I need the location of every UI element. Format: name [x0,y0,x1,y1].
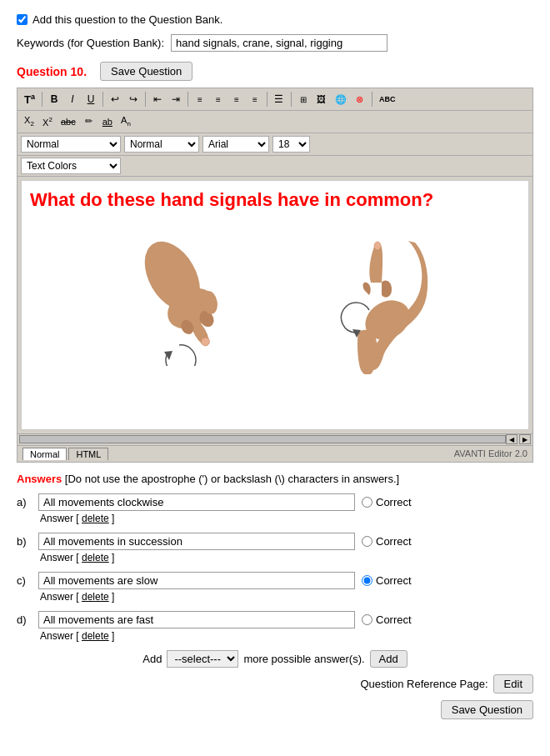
question-header: Question 10. Save Question [17,62,533,81]
add-prefix-label: Add [142,653,162,665]
format-extra-btn[interactable]: An [118,113,134,129]
edit-reference-button[interactable]: Edit [493,674,533,693]
answer-letter-1: b) [17,533,32,548]
text-colors-select[interactable]: Text Colors [21,158,121,174]
keywords-input[interactable] [171,34,388,52]
correct-text-1: Correct [376,535,412,548]
correct-label-3: Correct [362,613,412,626]
toolbar-separator6 [291,92,292,107]
save-question-top-button[interactable]: Save Question [100,62,192,81]
reference-label: Question Reference Page: [360,678,488,690]
answer-input-0[interactable] [38,493,355,511]
add-to-bank-label: Add this question to the Question Bank. [32,13,222,26]
align-right-btn[interactable]: ≡ [228,93,245,106]
bold-btn[interactable]: B [46,92,62,107]
delete-link-3[interactable]: delete [82,630,109,642]
answers-header: Answers [Do not use the apostrophe (') o… [17,473,533,485]
delete-row-1: Answer [ delete ] [40,552,533,563]
editor-container: Ta B I U ↩ ↪ ⇤ ⇥ ≡ ≡ ≡ ≡ ☰ ⊞ 🖼 🌐 ⊗ ABC X… [17,88,533,463]
align-center-btn[interactable]: ≡ [210,93,227,106]
table-btn[interactable]: ⊞ [295,93,312,106]
spell-btn[interactable]: ABC [376,93,399,105]
correct-radio-1[interactable] [362,536,372,547]
html-tab[interactable]: HTML [68,448,108,460]
answer-letter-3: d) [17,611,32,626]
subscript-btn[interactable]: X2 [21,113,38,129]
toolbar-separator [42,92,42,107]
keywords-label: Keywords (for Question Bank): [17,37,164,49]
delete-link-2[interactable]: delete [82,591,109,603]
toolbar-separator5 [267,92,268,107]
answer-row: c) Correct Answer [ delete ] [17,572,533,603]
format-text-btn[interactable]: Ta [21,91,38,108]
normal-tab[interactable]: Normal [22,448,67,460]
flash-btn[interactable]: ⊗ [352,93,368,107]
superscript-btn[interactable]: X2 [39,114,56,129]
toolbar-separator2 [102,92,103,107]
question-label: Question 10. [17,65,87,78]
indent-left-btn[interactable]: ⇤ [149,92,166,107]
delete-row-0: Answer [ delete ] [40,513,533,524]
underline-style-btn[interactable]: ab [99,115,116,128]
correct-text-3: Correct [376,613,412,626]
scrollbar-track[interactable] [19,435,506,443]
toolbar-separator3 [145,92,146,107]
globe-btn[interactable]: 🌐 [332,93,350,107]
editor-question-text: What do these hand signals have in commo… [30,189,520,211]
answer-input-row-2: Correct [38,572,533,589]
editor-toolbar-row2: X2 X2 abc ✏ ab An [18,111,532,133]
redo-btn[interactable]: ↪ [125,92,142,107]
answers-label: Answers [17,473,62,485]
add-button[interactable]: Add [370,650,408,668]
highlight-pen-btn[interactable]: ✏ [81,114,98,128]
answers-section: Answers [Do not use the apostrophe (') o… [17,473,533,719]
font-select[interactable]: Arial Times New Roman [202,136,269,153]
answer-input-3[interactable] [38,611,355,628]
editor-statusbar: Normal HTML AVANTI Editor 2.0 [18,445,532,462]
save-bottom-row: Save Question [17,700,533,719]
answer-input-2[interactable] [38,572,355,589]
editor-content-area[interactable]: What do these hand signals have in commo… [21,180,529,430]
normal-select[interactable]: Normal [124,136,199,153]
toolbar-separator7 [372,92,372,107]
delete-link-1[interactable]: delete [82,552,109,563]
hand-signals-images [30,224,520,383]
answer-content-3: Correct Answer [ delete ] [38,611,533,642]
save-question-bottom-button[interactable]: Save Question [441,700,533,719]
svg-point-9 [374,242,381,250]
correct-label-0: Correct [362,496,412,508]
answer-content-1: Correct Answer [ delete ] [38,533,533,563]
scroll-right-arrow[interactable]: ▶ [519,434,531,444]
strikethrough-btn[interactable]: abc [58,115,79,128]
answer-input-row-0: Correct [38,493,533,511]
answer-input-1[interactable] [38,533,355,550]
answer-letter-2: c) [17,572,32,587]
image-btn[interactable]: 🖼 [313,93,330,106]
correct-text-0: Correct [376,496,412,508]
style-select[interactable]: Select Style Normal [21,136,121,153]
horizontal-scrollbar[interactable]: ◀ ▶ [18,433,532,445]
answers-list: a) Correct Answer [ delete ] b) Correct [17,493,533,642]
indent-right-btn[interactable]: ⇥ [168,92,184,107]
align-justify-btn[interactable]: ≡ [247,93,263,106]
correct-radio-0[interactable] [362,497,372,508]
align-left-btn[interactable]: ≡ [192,93,208,106]
scroll-left-arrow[interactable]: ◀ [506,434,518,444]
size-select[interactable]: 18 [272,136,310,153]
answer-row: d) Correct Answer [ delete ] [17,611,533,642]
answer-row: a) Correct Answer [ delete ] [17,493,533,524]
reference-row: Question Reference Page: Edit [17,674,533,693]
add-to-bank-checkbox[interactable] [17,14,28,25]
list-btn[interactable]: ☰ [271,92,288,107]
undo-btn[interactable]: ↩ [107,92,123,107]
correct-radio-3[interactable] [362,614,372,625]
add-to-bank-row: Add this question to the Question Bank. [17,13,533,26]
delete-link-0[interactable]: delete [82,513,109,524]
answer-input-row-1: Correct [38,533,533,550]
add-more-select[interactable]: --select--- [167,650,238,668]
italic-btn[interactable]: I [64,92,81,107]
underline-btn[interactable]: U [82,92,99,107]
answer-content-2: Correct Answer [ delete ] [38,572,533,603]
correct-radio-2[interactable] [362,575,372,586]
answers-note: [Do not use the apostrophe (') or backsl… [65,473,399,485]
